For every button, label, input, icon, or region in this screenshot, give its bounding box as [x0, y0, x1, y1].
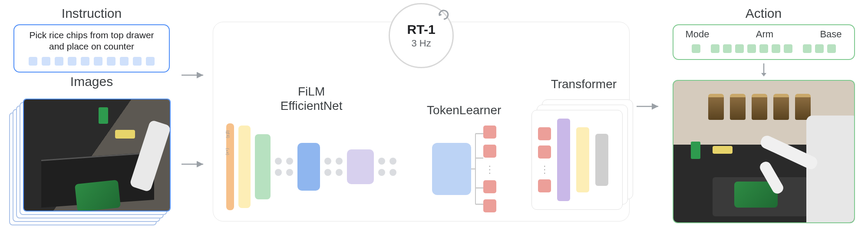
tokenlearner-block [432, 143, 471, 195]
module3-label: Transformer [551, 77, 617, 92]
action-col-mode: Mode [686, 29, 710, 40]
eff-bar-5 [347, 149, 374, 184]
module2-label: TokenLearner [427, 103, 501, 118]
eff-dots-1 [275, 158, 293, 176]
badge-title: RT-1 [407, 22, 436, 37]
instruction-text: Pick rice chips from top drawer and plac… [22, 30, 161, 53]
module1-label-line1: FiLM [298, 85, 325, 98]
action-title: Action [746, 6, 782, 21]
action-col-base: Base [820, 29, 842, 40]
eff-bar-4 [297, 143, 320, 191]
instruction-tokens [22, 57, 161, 66]
action-tokens [681, 44, 846, 53]
output-arrow [636, 4, 662, 113]
images-stack [9, 95, 174, 225]
eff-bar-3 [255, 134, 271, 199]
input-arrows [181, 4, 207, 208]
badge-hz: 3 Hz [411, 38, 431, 49]
module1-label-line2: EfficientNet [281, 99, 343, 112]
module-tokenlearner: TokenLearner ··· [427, 103, 501, 212]
rt1-badge: RT-1 3 Hz [389, 3, 454, 68]
action-box: Mode Arm Base [673, 24, 855, 60]
arrow-down-icon [757, 63, 770, 77]
instruction-box: Pick rice chips from top drawer and plac… [13, 24, 170, 73]
loop-arrow-icon [438, 9, 450, 21]
eff-dots-3 [378, 158, 396, 176]
eff-dots-2 [324, 158, 343, 176]
module-transformer: Transformer ··· [531, 77, 636, 212]
film-annot-xplus: (x+) [225, 148, 229, 155]
instruction-title: Instruction [62, 6, 122, 21]
model-pipeline-box: RT-1 3 Hz FiLM EfficientNet (x+) (γ,β) [213, 22, 630, 221]
film-annot-gammabeta: (γ,β) [225, 130, 230, 138]
output-image [673, 80, 855, 223]
images-title: Images [70, 74, 113, 89]
module-film-efficientnet: FiLM EfficientNet (x+) (γ,β) [226, 84, 396, 212]
tokenlearner-outputs: ··· [483, 126, 496, 212]
action-col-arm: Arm [756, 29, 773, 40]
eff-bar-2 [238, 126, 251, 208]
transformer-card: ··· [531, 110, 623, 210]
input-image [23, 99, 171, 212]
